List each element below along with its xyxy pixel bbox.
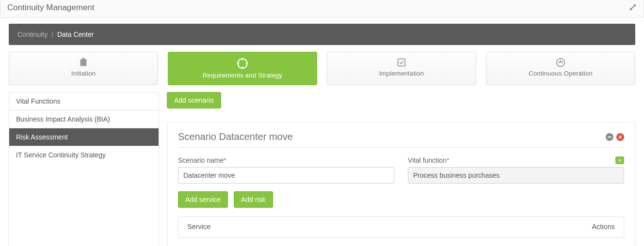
- breadcrumb-sep: /: [51, 31, 53, 38]
- breadcrumb-root[interactable]: Continuity: [17, 31, 48, 38]
- scenario-name-label: Scenario name*: [178, 156, 394, 164]
- col-service: Service: [187, 223, 210, 231]
- breadcrumb: Continuity / Data Center: [9, 24, 635, 45]
- scenario-name-input[interactable]: [178, 167, 394, 184]
- phase-label: Continuous Operation: [489, 70, 632, 77]
- expand-icon[interactable]: [629, 3, 637, 13]
- breadcrumb-current: Data Center: [57, 31, 94, 38]
- app-header: Continuity Management: [0, 0, 644, 18]
- sidebar-item-vital-functions[interactable]: Vital Functions: [9, 92, 159, 110]
- sidebar-item-continuity-strategy[interactable]: IT Service Continuity Strategy: [9, 146, 159, 164]
- col-actions: Actions: [592, 223, 615, 231]
- vital-function-field: ✕ Vital function*: [408, 156, 624, 184]
- phase-label: Initiation: [12, 70, 155, 77]
- service-table: Service Actions: [178, 216, 624, 238]
- sidebar-item-bia[interactable]: Business Impact Analysis (BIA): [9, 110, 159, 128]
- tab-continuous-operation[interactable]: Continuous Operation: [486, 52, 635, 85]
- sidebar: Vital Functions Business Impact Analysis…: [9, 92, 159, 246]
- phase-label: Requirements and Strategy: [171, 72, 314, 79]
- add-scenario-button[interactable]: Add scenario: [167, 92, 221, 108]
- collapse-icon[interactable]: [606, 133, 613, 141]
- phase-label: Implementation: [330, 70, 473, 77]
- scenario-panel: Scenario Datacenter move Scenario name* …: [167, 122, 635, 246]
- page-title: Continuity Management: [7, 3, 95, 13]
- tab-implementation[interactable]: Implementation: [327, 52, 476, 85]
- vital-function-label: Vital function*: [408, 156, 624, 164]
- clear-tag-icon[interactable]: ✕: [615, 156, 624, 164]
- panel-title: Scenario Datacenter move: [178, 131, 293, 142]
- add-risk-button[interactable]: Add risk: [234, 191, 273, 208]
- add-service-button[interactable]: Add service: [178, 191, 228, 208]
- svg-rect-5: [398, 59, 405, 66]
- tab-requirements-strategy[interactable]: Requirements and Strategy: [168, 52, 317, 85]
- vital-function-input[interactable]: [408, 167, 624, 184]
- sidebar-item-risk-assessment[interactable]: Risk Assessment: [9, 128, 159, 146]
- svg-rect-8: [608, 137, 612, 138]
- phase-tabs: Initiation Requirements and Strategy Imp…: [9, 52, 635, 85]
- close-icon[interactable]: [616, 133, 624, 141]
- scenario-name-field: Scenario name*: [178, 156, 394, 184]
- tab-initiation[interactable]: Initiation: [9, 52, 158, 85]
- main-content: Add scenario Scenario Datacenter move Sc…: [167, 92, 635, 246]
